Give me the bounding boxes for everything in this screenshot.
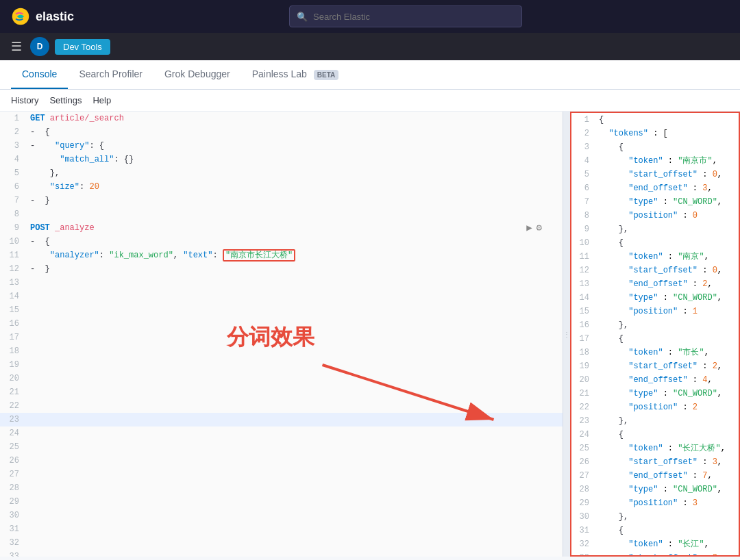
run-icon[interactable]: ▶	[526, 221, 532, 235]
table-row: 23	[0, 413, 563, 427]
logo-text: elastic	[36, 10, 74, 24]
list-item: 25 "token" : "长江大桥",	[571, 442, 739, 455]
tab-grok-debugger[interactable]: Grok Debugger	[153, 60, 241, 89]
table-row: 27	[0, 468, 563, 481]
tab-search-profiler[interactable]: Search Profiler	[68, 60, 153, 89]
table-row: 20	[0, 372, 563, 385]
search-icon: 🔍	[297, 12, 308, 22]
list-item: 1 {	[571, 113, 739, 127]
list-item: 23 },	[571, 414, 739, 428]
table-row: 18	[0, 344, 563, 358]
list-item: 9 },	[571, 222, 739, 236]
editor-content[interactable]: 1 GET article/_search 2 - { 3 - "query":…	[0, 112, 563, 557]
table-row: 28	[0, 481, 563, 495]
table-row: 25	[0, 440, 563, 454]
list-item: 7 "type" : "CN_WORD",	[571, 195, 739, 209]
dev-tools-button[interactable]: Dev Tools	[55, 39, 110, 55]
editor-actions: ▶ ⚙	[526, 221, 542, 235]
table-row: 12 - }	[0, 262, 563, 276]
list-item: 18 "token" : "市长",	[571, 346, 739, 359]
list-item: 28 "type" : "CN_WORD",	[571, 483, 739, 496]
list-item: 6 "end_offset" : 3,	[571, 181, 739, 195]
list-item: 24 {	[571, 428, 739, 442]
table-row: 10 - {	[0, 235, 563, 249]
list-item: 17 {	[571, 332, 739, 346]
table-row: 19	[0, 358, 563, 372]
list-item: 32 "token" : "长江",	[571, 537, 739, 551]
table-row: 3 - "query": {	[0, 139, 563, 153]
list-item: 19 "start_offset" : 2,	[571, 359, 739, 373]
list-item: 14 "type" : "CN_WORD",	[571, 291, 739, 305]
list-item: 10 {	[571, 236, 739, 250]
table-row: 33	[0, 550, 563, 557]
menu-help[interactable]: Help	[92, 92, 111, 108]
toolbar: ☰ D Dev Tools	[0, 33, 740, 60]
table-row: 17	[0, 331, 563, 344]
settings-icon[interactable]: ⚙	[536, 221, 542, 235]
table-row: 8	[0, 207, 563, 221]
list-item: 15 "position" : 1	[571, 305, 739, 318]
list-item: 11 "token" : "南京",	[571, 250, 739, 264]
table-row: 22	[0, 399, 563, 413]
table-row: 4 "match_all": {}	[0, 153, 563, 166]
list-item: 21 "type" : "CN_WORD",	[571, 387, 739, 400]
table-row: 26	[0, 454, 563, 468]
tab-bar: Console Search Profiler Grok Debugger Pa…	[0, 60, 740, 90]
beta-badge: BETA	[314, 70, 338, 80]
output-content[interactable]: 1 { 2 "tokens" : [ 3 { 4 "token" : "南京市"…	[571, 113, 739, 555]
table-row: 9 POST _analyze ▶ ⚙	[0, 221, 563, 235]
table-row: 29	[0, 495, 563, 509]
table-row: 7 - }	[0, 194, 563, 207]
table-row: 11 "analyzer": "ik_max_word", "text": "南…	[0, 249, 563, 262]
table-row: 6 "size": 20	[0, 180, 563, 194]
list-item: 12 "start_offset" : 0,	[571, 264, 739, 277]
divider-icon: ⋮	[563, 331, 570, 338]
tab-console[interactable]: Console	[11, 60, 68, 89]
list-item: 31 {	[571, 524, 739, 537]
list-item: 26 "start_offset" : 3,	[571, 455, 739, 469]
menu-history[interactable]: History	[11, 92, 38, 108]
main-content: 1 GET article/_search 2 - { 3 - "query":…	[0, 112, 740, 557]
list-item: 27 "end_offset" : 7,	[571, 469, 739, 483]
hamburger-button[interactable]: ☰	[8, 36, 25, 57]
table-row: 1 GET article/_search	[0, 112, 563, 125]
table-row: 30	[0, 509, 563, 522]
panel-divider[interactable]: ⋮	[563, 112, 570, 557]
table-row: 32	[0, 536, 563, 550]
table-row: 13	[0, 276, 563, 290]
menu-settings[interactable]: Settings	[49, 92, 82, 108]
table-row: 16	[0, 317, 563, 331]
list-item: 5 "start_offset" : 0,	[571, 168, 739, 181]
table-row: 15	[0, 303, 563, 317]
list-item: 30 },	[571, 510, 739, 524]
list-item: 8 "position" : 0	[571, 209, 739, 222]
list-item: 33 "start_offset" : 3,	[571, 551, 739, 555]
editor-panel: 1 GET article/_search 2 - { 3 - "query":…	[0, 112, 563, 557]
list-item: 13 "end_offset" : 2,	[571, 277, 739, 291]
tab-painless-lab[interactable]: Painless Lab BETA	[241, 60, 350, 89]
table-row: 5 },	[0, 166, 563, 180]
output-panel: 1 { 2 "tokens" : [ 3 { 4 "token" : "南京市"…	[570, 112, 740, 557]
list-item: 2 "tokens" : [	[571, 127, 739, 140]
table-row: 24	[0, 427, 563, 440]
navbar: elastic 🔍	[0, 0, 740, 33]
list-item: 29 "position" : 3	[571, 496, 739, 510]
list-item: 22 "position" : 2	[571, 400, 739, 414]
table-row: 21	[0, 385, 563, 399]
elastic-logo-icon	[11, 7, 30, 26]
table-row: 14	[0, 290, 563, 303]
search-input[interactable]	[313, 12, 515, 22]
list-item: 4 "token" : "南京市",	[571, 154, 739, 168]
search-bar[interactable]: 🔍	[289, 5, 522, 27]
list-item: 20 "end_offset" : 4,	[571, 373, 739, 387]
table-row: 31	[0, 522, 563, 536]
table-row: 2 - {	[0, 125, 563, 139]
menu-bar: History Settings Help	[0, 90, 740, 112]
avatar-button[interactable]: D	[30, 37, 49, 56]
list-item: 16 },	[571, 318, 739, 332]
list-item: 3 {	[571, 140, 739, 154]
logo: elastic	[11, 7, 74, 26]
